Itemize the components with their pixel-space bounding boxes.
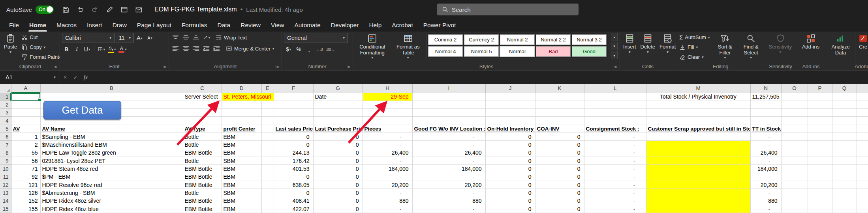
decrease-indent-button[interactable]: [202, 44, 211, 53]
cell-C4[interactable]: [183, 117, 222, 125]
cell-J5[interactable]: On-Hold Inventory :: [485, 125, 535, 133]
cell-Q8[interactable]: [832, 149, 857, 157]
cell-K15[interactable]: 0: [535, 205, 584, 213]
align-bottom-button[interactable]: [192, 33, 201, 42]
column-header-Q[interactable]: Q: [832, 84, 857, 93]
fill-color-button[interactable]: ▾: [107, 45, 116, 54]
dialog-launcher-icon[interactable]: [346, 64, 351, 69]
cell-I6[interactable]: -: [412, 133, 485, 141]
cell-B1[interactable]: [40, 93, 183, 101]
cut-button[interactable]: Cut: [20, 33, 60, 42]
cell-H8[interactable]: 26,400: [363, 149, 412, 157]
cell-H11[interactable]: -: [363, 173, 412, 181]
cell-D12[interactable]: EBM: [222, 181, 261, 189]
cell-A6[interactable]: 1: [11, 133, 40, 141]
insert-cells-button[interactable]: Insert▾: [622, 33, 637, 54]
cell-F8[interactable]: 244.13: [274, 149, 313, 157]
cell-L11[interactable]: -: [584, 173, 646, 181]
insert-function-button[interactable]: fx: [81, 74, 91, 81]
increase-indent-button[interactable]: [212, 44, 221, 53]
cell-L4[interactable]: [584, 117, 646, 125]
cell-O14[interactable]: [781, 197, 808, 205]
row-header-14[interactable]: 14: [0, 197, 11, 205]
cell-L5[interactable]: Consignment Stock :: [584, 125, 646, 133]
decrease-font-button[interactable]: A▾: [145, 33, 154, 43]
cell-pad-3[interactable]: [857, 109, 868, 117]
dialog-launcher-icon[interactable]: [162, 64, 167, 69]
cell-M4[interactable]: [646, 117, 750, 125]
cell-B7[interactable]: $Maschinenstillstand EBM: [40, 141, 183, 149]
cell-Q7[interactable]: [832, 141, 857, 149]
cell-L13[interactable]: -: [584, 189, 646, 197]
row-header-7[interactable]: 7: [0, 141, 11, 149]
cell-B8[interactable]: HDPE Law Toggle 28oz green: [40, 149, 183, 157]
cell-M14[interactable]: [646, 197, 750, 205]
cell-style-currency-2[interactable]: Currency 2: [464, 34, 499, 45]
tab-draw[interactable]: Draw: [107, 19, 132, 32]
cell-N12[interactable]: 20,200: [750, 181, 781, 189]
cell-I11[interactable]: -: [412, 173, 485, 181]
cell-pad-11[interactable]: [857, 173, 868, 181]
cell-O8[interactable]: [781, 149, 808, 157]
cell-style-comma-2[interactable]: Comma 2: [428, 34, 463, 45]
cell-A5[interactable]: AV: [11, 125, 40, 133]
cell-O1[interactable]: [781, 93, 808, 101]
cell-E15[interactable]: [261, 205, 274, 213]
cell-N7[interactable]: -: [750, 141, 781, 149]
cell-pad-2[interactable]: [857, 101, 868, 108]
column-header-C[interactable]: C: [183, 84, 222, 93]
cell-F1[interactable]: [274, 93, 313, 101]
cell-E5[interactable]: [261, 125, 274, 133]
cell-G8[interactable]: 0: [313, 149, 363, 157]
formula-input[interactable]: [91, 71, 868, 84]
cell-O4[interactable]: [781, 117, 808, 125]
row-header-1[interactable]: 1: [0, 93, 11, 101]
row-header-3[interactable]: 3: [0, 109, 11, 117]
column-header-L[interactable]: L: [584, 84, 646, 93]
cell-A15[interactable]: 155: [11, 205, 40, 213]
decrease-decimal-button[interactable]: .00→: [325, 45, 336, 54]
cell-G9[interactable]: 0: [313, 157, 363, 165]
cell-Q10[interactable]: [832, 165, 857, 173]
autosave-toggle[interactable]: On: [36, 6, 54, 14]
cell-C9[interactable]: Bottle: [183, 157, 222, 165]
cell-H2[interactable]: [363, 101, 412, 108]
cell-O2[interactable]: [781, 101, 808, 108]
cell-C1[interactable]: Server Select: [183, 93, 222, 101]
row-header-11[interactable]: 11: [0, 173, 11, 181]
align-right-button[interactable]: [192, 44, 201, 53]
cell-F15[interactable]: 422.07: [274, 205, 313, 213]
cell-pad-15[interactable]: [857, 205, 868, 213]
cell-Q13[interactable]: [832, 189, 857, 197]
cell-P3[interactable]: [808, 109, 832, 117]
cell-C2[interactable]: [183, 101, 222, 108]
cell-F12[interactable]: 638.05: [274, 181, 313, 189]
format-painter-button[interactable]: Format Painter: [20, 52, 60, 62]
column-header-K[interactable]: K: [535, 84, 584, 93]
cell-I15[interactable]: -: [412, 205, 485, 213]
column-header-I[interactable]: I: [412, 84, 485, 93]
cell-H4[interactable]: [363, 117, 412, 125]
cell-pad-6[interactable]: [857, 133, 868, 141]
cell-C15[interactable]: EBM Bottle: [183, 205, 222, 213]
column-header-O[interactable]: O: [781, 84, 808, 93]
cell-G13[interactable]: 0: [313, 189, 363, 197]
addins-button[interactable]: Add-ins: [798, 33, 823, 50]
cell-K7[interactable]: 0: [535, 141, 584, 149]
cell-B13[interactable]: $Abmusterung - SBM: [40, 189, 183, 197]
cell-P12[interactable]: [808, 181, 832, 189]
dialog-launcher-icon[interactable]: [275, 64, 280, 69]
sort-filter-button[interactable]: Sort & Filter▾: [713, 33, 737, 60]
cell-E7[interactable]: [261, 141, 274, 149]
cell-A11[interactable]: 92: [11, 173, 40, 181]
cell-G10[interactable]: 0: [313, 165, 363, 173]
cell-Q3[interactable]: [832, 109, 857, 117]
column-header-D[interactable]: D: [222, 84, 261, 93]
cell-K12[interactable]: 0: [535, 181, 584, 189]
row-header-5[interactable]: 5: [0, 125, 11, 133]
cell-G2[interactable]: [313, 101, 363, 108]
cell-style-normal-2-2[interactable]: Normal 2 2: [536, 34, 571, 45]
cell-P6[interactable]: [808, 133, 832, 141]
accounting-format-button[interactable]: $▾: [284, 45, 293, 54]
cell-G1[interactable]: Date: [313, 93, 363, 101]
